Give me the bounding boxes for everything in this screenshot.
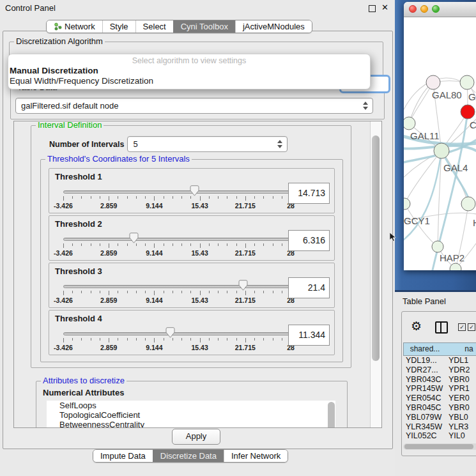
popup-item-manual-discretization[interactable]: Manual Discretization	[8, 66, 370, 76]
tab-select[interactable]: Select	[135, 20, 173, 33]
threshold-2-label: Threshold 2	[55, 219, 102, 229]
checkbox-icon[interactable]: ✓	[458, 323, 466, 331]
close-icon[interactable]: ✕	[381, 3, 388, 12]
table-cell[interactable]: YDR2	[446, 365, 476, 375]
list-scrollbar[interactable]	[328, 402, 335, 428]
gear-icon[interactable]: ⚙	[411, 319, 422, 334]
threshold-4-value-field[interactable]: 11.344	[288, 325, 330, 346]
threshold-3-value-field[interactable]: 21.4	[288, 277, 330, 298]
table-data-group: Table Data galFiltered.sif default node	[10, 88, 385, 119]
network-node[interactable]	[461, 105, 475, 119]
node-label: GAL4	[443, 162, 468, 173]
table-row[interactable]: YDR27...YDR2	[403, 365, 476, 375]
threshold-3-label: Threshold 3	[55, 266, 102, 276]
table-panel-title: Table Panel	[403, 296, 446, 306]
window-close-icon[interactable]	[409, 5, 417, 13]
table-data-combobox[interactable]: galFiltered.sif default node	[15, 98, 373, 114]
cyni-toolbox-panel: Discretization Algorithm Table Data galF…	[3, 31, 393, 449]
table-cell[interactable]: YIL052C	[403, 431, 446, 441]
tab-network[interactable]: Network	[47, 20, 102, 33]
tab-discretize-data[interactable]: Discretize Data	[153, 450, 224, 462]
attribute-item[interactable]: SelfLoops	[47, 401, 335, 410]
threshold-3-slider[interactable]: -3.4262.8599.14415.4321.71528	[63, 281, 291, 307]
apply-button[interactable]: Apply	[172, 429, 220, 445]
column-header-shared-name[interactable]: shared...	[403, 342, 446, 356]
table-cell[interactable]: YBL0	[446, 413, 476, 422]
threshold-1-value-field[interactable]: 14.713	[288, 183, 330, 204]
network-node[interactable]	[432, 241, 443, 252]
table-row[interactable]: YER054CYER0	[403, 394, 476, 403]
network-node[interactable]	[460, 75, 474, 89]
threshold-4-label: Threshold 4	[55, 314, 102, 323]
float-window-icon[interactable]	[369, 5, 376, 12]
tab-jactivemnodules[interactable]: jActiveMNodules	[235, 20, 312, 33]
checkbox-icon[interactable]: ✓	[468, 323, 475, 331]
table-cell[interactable]: YIL0	[446, 431, 476, 441]
table-row[interactable]: YLR345WYLR3	[403, 422, 476, 432]
tab-cyni-toolbox[interactable]: Cyni Toolbox	[173, 20, 235, 33]
threshold-2-slider[interactable]: -3.4262.8599.14415.4321.71528	[63, 234, 291, 259]
cytoscape-desktop: GAL80GACGAL11GAL4GCY1HHAP2	[395, 0, 476, 292]
table-rows: YDL19...YDL1YDR27...YDR2YBR043CYBR0YPR14…	[403, 356, 476, 441]
table-cell[interactable]: YBR0	[446, 375, 476, 385]
number-of-intervals-label: Number of Intervals	[49, 140, 125, 149]
threshold-1-slider[interactable]: -3.4262.8599.14415.4321.71528	[63, 187, 291, 212]
column-header-name[interactable]: na	[446, 342, 476, 356]
node-label: HAP2	[440, 252, 464, 263]
table-cell[interactable]: YDL19...	[403, 356, 446, 365]
scrollbar-thumb[interactable]	[404, 444, 473, 449]
network-view-window[interactable]: GAL80GACGAL11GAL4GCY1HHAP2	[404, 2, 476, 270]
threshold-2-value-field[interactable]: 6.316	[288, 230, 330, 251]
table-cell[interactable]: YER0	[446, 394, 476, 403]
network-node[interactable]	[404, 117, 415, 130]
table-row[interactable]: YBR045CYBR0	[403, 403, 476, 413]
network-node[interactable]	[434, 143, 449, 158]
tab-style[interactable]: Style	[102, 20, 135, 33]
table-cell[interactable]: YDR27...	[403, 365, 446, 375]
table-cell[interactable]: YBR0	[446, 403, 476, 413]
numerical-attributes-list[interactable]: SelfLoopsTopologicalCoefficientBetweenne…	[47, 401, 335, 428]
table-cell[interactable]: YBR045C	[403, 403, 446, 413]
table-row[interactable]: YIL052CYIL0	[403, 431, 476, 441]
network-node[interactable]	[404, 198, 410, 210]
combo-stepper-icon	[277, 139, 282, 149]
settings-scrollpane: Interval Definition Number of Intervals …	[13, 121, 382, 428]
scrollbar-thumb[interactable]	[372, 135, 380, 361]
table-row[interactable]: YPR145WYPR1	[403, 384, 476, 394]
attribute-item[interactable]: TopologicalCoefficient	[47, 410, 335, 420]
window-zoom-icon[interactable]	[432, 5, 440, 13]
table-cell[interactable]: YBR043C	[403, 375, 446, 385]
mouse-cursor	[390, 233, 397, 242]
table-horizontal-scrollbar[interactable]	[403, 443, 476, 450]
table-row[interactable]: YDL19...YDL1	[403, 356, 476, 365]
threshold-3-row: Threshold 3 -3.4262.8599.14415.4321.7152…	[49, 263, 335, 308]
table-row[interactable]: YBR043CYBR0	[403, 375, 476, 385]
table-toolbar: ⚙ ✓ ✓	[402, 312, 476, 341]
table-cell[interactable]: YDL1	[446, 356, 476, 365]
table-grid[interactable]: shared... na YDL19...YDL1YDR27...YDR2YBR…	[403, 342, 476, 441]
popup-item-equal-width-frequency[interactable]: Equal Width/Frequency Discretization	[8, 76, 370, 86]
table-cell[interactable]: YBL079W	[403, 413, 446, 422]
table-cell[interactable]: YLR345W	[403, 422, 446, 432]
attribute-item[interactable]: BetweennessCentrality	[47, 420, 335, 428]
table-cell[interactable]: YPR145W	[403, 384, 446, 394]
window-minimize-icon[interactable]	[420, 5, 428, 13]
table-cell[interactable]: YER054C	[403, 394, 446, 403]
network-window-titlebar[interactable]	[404, 2, 476, 17]
settings-vertical-scrollbar[interactable]	[370, 121, 381, 427]
combo-stepper-icon	[362, 101, 368, 111]
threshold-4-slider[interactable]: -3.4262.8599.14415.4321.71528	[63, 328, 291, 354]
table-row[interactable]: YBL079WYBL0	[403, 413, 476, 422]
columns-icon[interactable]	[435, 321, 448, 334]
number-of-intervals-row: Number of Intervals 5	[38, 136, 344, 153]
tab-impute-data[interactable]: Impute Data	[93, 450, 153, 462]
node-label: GAL11	[410, 130, 440, 141]
network-canvas[interactable]: GAL80GACGAL11GAL4GCY1HHAP2	[404, 17, 476, 270]
number-of-intervals-combobox[interactable]: 5	[127, 136, 288, 152]
network-node[interactable]	[461, 197, 475, 211]
tab-infer-network[interactable]: Infer Network	[224, 450, 288, 462]
table-cell[interactable]: YLR3	[446, 422, 476, 432]
table-cell[interactable]: YPR1	[446, 384, 476, 394]
network-node[interactable]	[426, 75, 440, 89]
numerical-attributes-label: Numerical Attributes	[43, 388, 342, 397]
